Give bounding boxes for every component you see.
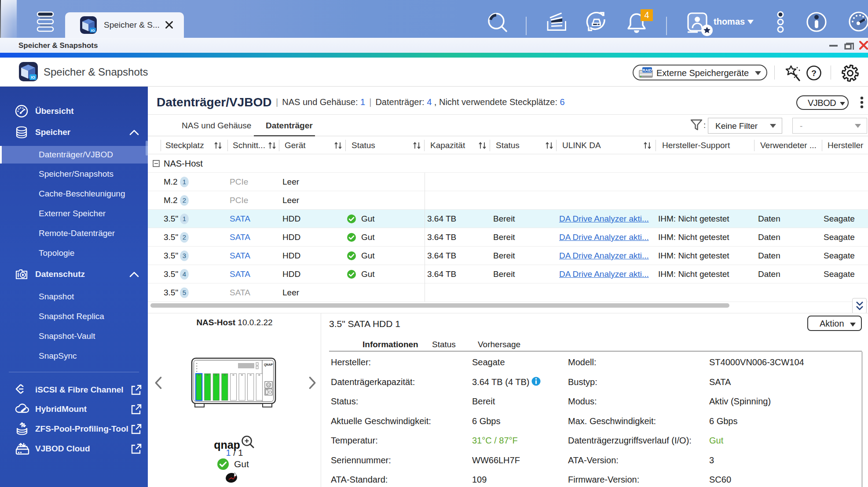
svg-text:RAID: RAID (643, 68, 652, 73)
svg-text:?: ? (811, 69, 817, 78)
svg-text:IO: IO (91, 29, 95, 33)
svg-text:QNAP: QNAP (264, 363, 273, 367)
svg-text:IO: IO (31, 75, 35, 80)
